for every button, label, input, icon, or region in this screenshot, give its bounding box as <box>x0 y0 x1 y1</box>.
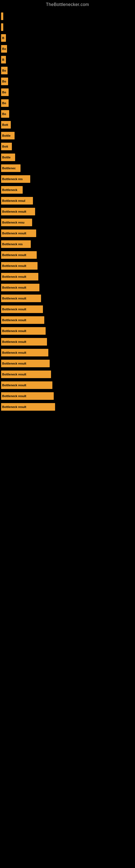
bar-row: Bo <box>0 76 135 87</box>
bar-20: Bottleneck result <box>1 229 36 237</box>
bar-label-22: Bottleneck result <box>2 253 26 257</box>
bar-label-7: Bo <box>2 91 6 94</box>
bar-row: Bottleneck result <box>0 391 135 401</box>
bar-label-30: Bottleneck result <box>2 340 26 343</box>
bar-row: Bottle <box>0 130 135 141</box>
bar-label-36: Bottleneck result <box>2 405 26 408</box>
bar-1 <box>1 23 3 31</box>
bar-row: Bottleneck result <box>0 326 135 336</box>
bar-11: Bottle <box>1 132 14 140</box>
bar-28: Bottleneck result <box>1 316 44 324</box>
bar-label-28: Bottleneck result <box>2 318 26 322</box>
bar-label-33: Bottleneck result <box>2 373 26 376</box>
bar-label-35: Bottleneck result <box>2 394 26 398</box>
bar-label-29: Bottleneck result <box>2 329 26 333</box>
bar-12: Bott <box>1 143 12 150</box>
bar-label-4: B <box>2 58 4 61</box>
bar-row: Bott <box>0 119 135 130</box>
bar-label-17: Bottleneck resul <box>2 199 26 203</box>
bar-label-34: Bottleneck result <box>2 383 26 387</box>
bar-label-20: Bottleneck result <box>2 231 26 235</box>
bar-label-2: B <box>2 36 4 40</box>
bar-row: Bo <box>0 65 135 76</box>
bar-25: Bottleneck result <box>1 284 39 291</box>
bar-row: Bottleneck result <box>0 304 135 315</box>
bar-row: Bottleneck result <box>0 358 135 369</box>
site-title: TheBottlenecker.com <box>0 0 135 8</box>
bar-label-26: Bottleneck result <box>2 297 26 300</box>
bar-row: Bottleneck res <box>0 174 135 184</box>
bar-label-12: Bott <box>2 145 8 148</box>
bar-label-16: Bottleneck <box>2 188 17 191</box>
bar-row: Bottleneck result <box>0 293 135 304</box>
bar-31: Bottleneck result <box>1 349 48 356</box>
bar-21: Bottleneck res <box>1 240 31 248</box>
bar-row: Bottleneck result <box>0 347 135 358</box>
bar-23: Bottleneck result <box>1 262 38 270</box>
bar-8: Bo <box>1 99 9 107</box>
bar-30: Bottleneck result <box>1 338 47 346</box>
bar-36: Bottleneck result <box>1 403 55 411</box>
bar-row: Bottleneck result <box>0 336 135 347</box>
bar-row: B <box>0 54 135 65</box>
bar-32: Bottleneck result <box>1 360 50 367</box>
bar-row: Bo <box>0 43 135 54</box>
bar-label-21: Bottleneck res <box>2 243 23 246</box>
bar-label-3: Bo <box>2 47 6 51</box>
bar-24: Bottleneck result <box>1 273 38 280</box>
bar-row: Bottleneck <box>0 184 135 195</box>
bar-34: Bottleneck result <box>1 381 52 389</box>
bar-35: Bottleneck result <box>1 392 54 400</box>
bar-label-25: Bottleneck result <box>2 286 26 289</box>
bar-row: Bottleneck result <box>0 250 135 260</box>
bar-26: Bottleneck result <box>1 294 41 302</box>
bar-label-10: Bott <box>2 123 8 126</box>
bar-18: Bottleneck result <box>1 208 35 215</box>
bar-27: Bottleneck result <box>1 305 43 313</box>
bar-label-19: Bottleneck resu <box>2 221 25 224</box>
bar-label-14: Bottlenec <box>2 166 16 170</box>
bar-29: Bottleneck result <box>1 327 46 335</box>
bar-label-23: Bottleneck result <box>2 264 26 268</box>
bar-row: Bottleneck resu <box>0 217 135 228</box>
bar-label-24: Bottleneck result <box>2 275 26 278</box>
bar-label-6: Bo <box>2 80 6 83</box>
bar-row: Bottle <box>0 152 135 163</box>
bar-label-32: Bottleneck result <box>2 362 26 365</box>
bar-label-18: Bottleneck result <box>2 210 26 213</box>
bar-row: Bo <box>0 108 135 119</box>
bar-row <box>0 11 135 22</box>
bar-row: Bottleneck result <box>0 380 135 391</box>
bar-label-9: Bo <box>2 112 6 116</box>
bar-row: Bottleneck resul <box>0 195 135 206</box>
bar-label-8: Bo <box>2 101 6 105</box>
bar-row: Bottleneck result <box>0 260 135 271</box>
bar-2: B <box>1 34 6 42</box>
bar-row: Bo <box>0 98 135 108</box>
bar-row: Bottleneck result <box>0 228 135 239</box>
bar-row: B <box>0 33 135 43</box>
bar-0 <box>1 12 3 20</box>
bar-3: Bo <box>1 45 7 53</box>
bar-16: Bottleneck <box>1 186 23 194</box>
bar-label-11: Bottle <box>2 134 10 137</box>
bar-14: Bottlenec <box>1 164 20 172</box>
bar-33: Bottleneck result <box>1 371 51 378</box>
bar-5: Bo <box>1 67 8 74</box>
bar-row: Bottleneck result <box>0 271 135 282</box>
bar-label-5: Bo <box>2 69 6 72</box>
bar-15: Bottleneck res <box>1 175 30 183</box>
bar-row: Bottleneck result <box>0 401 135 412</box>
bar-row: Bottleneck result <box>0 369 135 380</box>
bar-label-27: Bottleneck result <box>2 308 26 311</box>
bar-row: Bottleneck result <box>0 282 135 293</box>
bar-10: Bott <box>1 121 11 129</box>
bar-row: Bottleneck result <box>0 206 135 217</box>
bar-7: Bo <box>1 88 9 96</box>
bar-19: Bottleneck resu <box>1 219 32 226</box>
bar-row: Bottleneck result <box>0 315 135 326</box>
bar-label-31: Bottleneck result <box>2 351 26 354</box>
bar-9: Bo <box>1 110 9 118</box>
bar-label-15: Bottleneck res <box>2 177 23 181</box>
bar-label-13: Bottle <box>2 156 10 159</box>
